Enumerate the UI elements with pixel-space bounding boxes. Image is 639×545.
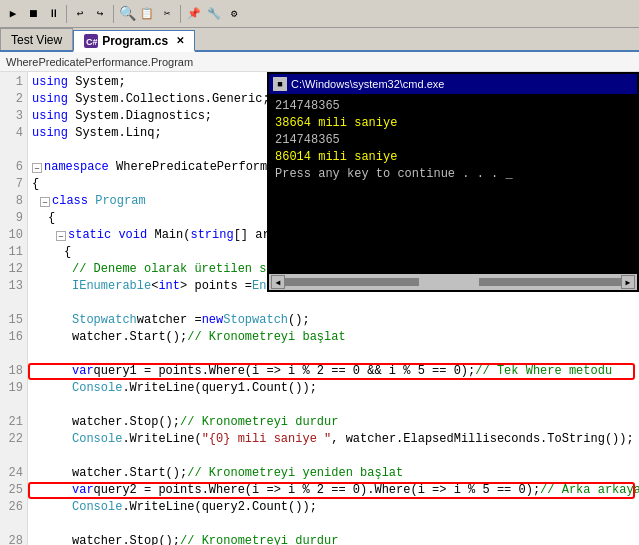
cmd-titlebar: ■ C:\Windows\system32\cmd.exe [269, 74, 637, 94]
ln-9: 9 [0, 210, 23, 227]
code-line-26: Console.WriteLine(query2.Count()); [32, 499, 635, 516]
line-numbers: 1 2 3 4 6 7 8 9 10 11 12 13 15 16 18 19 [0, 72, 28, 545]
ln-18: 18 [0, 363, 23, 380]
ln-17 [0, 346, 23, 363]
cmd-line-4: 86014 mili saniye [275, 149, 631, 166]
ln-21: 21 [0, 414, 23, 431]
code-line-15: Stopwatch watcher = new Stopwatch(); [32, 312, 635, 329]
collapse-icon-10[interactable]: – [56, 231, 66, 241]
toolbar-icon-2[interactable]: ⏹ [24, 5, 42, 23]
tabbar: Test View C# Program.cs ✕ [0, 28, 639, 52]
toolbar-icon-6[interactable]: 🔍 [118, 5, 136, 23]
ln-20 [0, 397, 23, 414]
ln-3: 3 [0, 108, 23, 125]
cmd-window: ■ C:\Windows\system32\cmd.exe 214748365 … [267, 72, 639, 292]
tab-test-view[interactable]: Test View [0, 28, 73, 50]
ln-13: 13 [0, 278, 23, 295]
toolbar-sep-2 [113, 5, 114, 23]
ln-26: 26 [0, 499, 23, 516]
ln-5 [0, 142, 23, 159]
ln-15: 15 [0, 312, 23, 329]
csharp-icon: C# [84, 34, 98, 48]
ln-16: 16 [0, 329, 23, 346]
tab-program-cs-label: Program.cs [102, 34, 168, 48]
ln-11: 11 [0, 244, 23, 261]
toolbar-icon-7[interactable]: 📋 [138, 5, 156, 23]
code-line-18: var query1 = points.Where(i => i % 2 == … [32, 363, 635, 380]
ln-6: 6 [0, 159, 23, 176]
code-line-19: Console.WriteLine(query1.Count()); [32, 380, 635, 397]
ln-2: 2 [0, 91, 23, 108]
tab-program-cs[interactable]: C# Program.cs ✕ [73, 30, 195, 52]
toolbar-icon-10[interactable]: 🔧 [205, 5, 223, 23]
toolbar-icon-5[interactable]: ↪ [91, 5, 109, 23]
toolbar-sep-1 [66, 5, 67, 23]
cmd-line-5: Press any key to continue . . . _ [275, 166, 631, 183]
code-line-23 [32, 448, 635, 465]
cmd-line-3: 214748365 [275, 132, 631, 149]
cmd-line-1: 214748365 [275, 98, 631, 115]
toolbar-icon-11[interactable]: ⚙ [225, 5, 243, 23]
cmd-scroll-left[interactable]: ◀ [271, 275, 285, 289]
ln-27 [0, 516, 23, 533]
toolbar-sep-3 [180, 5, 181, 23]
cmd-scroll-right[interactable]: ▶ [621, 275, 635, 289]
ln-1: 1 [0, 74, 23, 91]
code-line-17 [32, 346, 635, 363]
code-line-28: watcher.Stop(); // Kronometreyi durdur [32, 533, 635, 545]
breadcrumb: WherePredicatePerformance.Program [0, 52, 639, 72]
code-line-20 [32, 397, 635, 414]
ln-8: 8 [0, 193, 23, 210]
toolbar-icon-3[interactable]: ⏸ [44, 5, 62, 23]
toolbar-icon-4[interactable]: ↩ [71, 5, 89, 23]
code-line-21: watcher.Stop(); // Kronometreyi durdur [32, 414, 635, 431]
collapse-icon-6[interactable]: – [32, 163, 42, 173]
toolbar-icon-9[interactable]: 📌 [185, 5, 203, 23]
code-line-25: var query2 = points.Where(i => i % 2 == … [32, 482, 635, 499]
code-line-22: Console.WriteLine("{0} mili saniye ", wa… [32, 431, 635, 448]
ln-12: 12 [0, 261, 23, 278]
toolbar: ▶ ⏹ ⏸ ↩ ↪ 🔍 📋 ✂ 📌 🔧 ⚙ [0, 0, 639, 28]
ln-7: 7 [0, 176, 23, 193]
cmd-line-2: 38664 mili saniye [275, 115, 631, 132]
cmd-icon: ■ [273, 77, 287, 91]
cmd-scrollbar-thumb[interactable] [419, 278, 479, 286]
breadcrumb-text: WherePredicatePerformance.Program [6, 56, 193, 68]
ln-28: 28 [0, 533, 23, 545]
ln-10: 10 [0, 227, 23, 244]
ln-4: 4 [0, 125, 23, 142]
toolbar-icon-1[interactable]: ▶ [4, 5, 22, 23]
toolbar-icon-8[interactable]: ✂ [158, 5, 176, 23]
code-line-27 [32, 516, 635, 533]
cmd-scrollbar-track[interactable] [285, 278, 621, 286]
cmd-body: 214748365 38664 mili saniye 214748365 86… [269, 94, 637, 274]
ln-25: 25 [0, 482, 23, 499]
main-area: 1 2 3 4 6 7 8 9 10 11 12 13 15 16 18 19 [0, 72, 639, 545]
ln-22: 22 [0, 431, 23, 448]
tab-test-view-label: Test View [11, 33, 62, 47]
collapse-icon-8[interactable]: – [40, 197, 50, 207]
ln-24: 24 [0, 465, 23, 482]
cmd-title: C:\Windows\system32\cmd.exe [291, 78, 444, 90]
ln-19: 19 [0, 380, 23, 397]
cmd-scrollbar[interactable]: ◀ ▶ [269, 274, 637, 290]
ln-14 [0, 295, 23, 312]
svg-text:C#: C# [86, 37, 98, 47]
tab-close-icon[interactable]: ✕ [176, 35, 184, 46]
code-line-14 [32, 295, 635, 312]
code-line-16: watcher.Start(); // Kronometreyi başlat [32, 329, 635, 346]
code-line-24: watcher.Start(); // Kronometreyi yeniden… [32, 465, 635, 482]
ln-23 [0, 448, 23, 465]
